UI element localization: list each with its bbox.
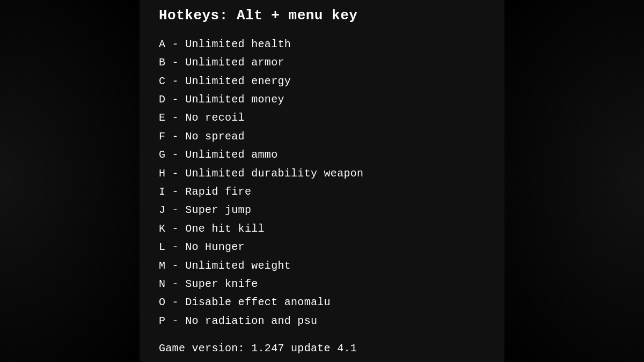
hotkey-item: O - Disable effect anomalu xyxy=(159,293,485,312)
panel-title: Hotkeys: Alt + menu key xyxy=(159,8,485,24)
hotkey-item: C - Unlimited energy xyxy=(159,72,485,91)
hotkeys-list: A - Unlimited healthB - Unlimited armorC… xyxy=(159,35,485,330)
hotkey-item: M - Unlimited weight xyxy=(159,257,485,275)
version-info: Game version: 1.247 update 4.1 xyxy=(159,342,485,354)
hotkeys-panel: Hotkeys: Alt + menu key A - Unlimited he… xyxy=(140,0,504,362)
background-left xyxy=(0,0,140,362)
hotkey-item: J - Super jump xyxy=(159,201,485,219)
hotkey-item: H - Unlimited durability weapon xyxy=(159,165,485,183)
hotkey-item: G - Unlimited ammo xyxy=(159,146,485,164)
hotkey-item: P - No radiation and psu xyxy=(159,312,485,330)
hotkey-item: N - Super knife xyxy=(159,275,485,293)
hotkey-item: K - One hit kill xyxy=(159,220,485,238)
hotkey-item: I - Rapid fire xyxy=(159,183,485,201)
hotkey-item: E - No recoil xyxy=(159,109,485,127)
hotkey-item: F - No spread xyxy=(159,128,485,146)
hotkey-item: A - Unlimited health xyxy=(159,35,485,54)
hotkey-item: D - Unlimited money xyxy=(159,91,485,109)
background-right xyxy=(504,0,644,362)
hotkey-item: B - Unlimited armor xyxy=(159,54,485,72)
hotkey-item: L - No Hunger xyxy=(159,238,485,256)
